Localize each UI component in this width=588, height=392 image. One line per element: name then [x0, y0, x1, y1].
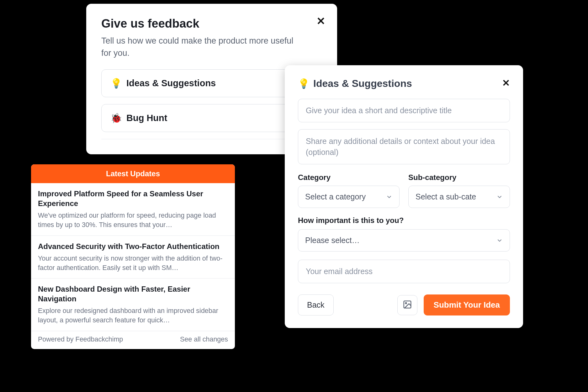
bug-icon: 🐞	[110, 113, 122, 124]
importance-select[interactable]: Please select…	[298, 229, 510, 252]
update-desc: We've optimized our platform for speed, …	[38, 211, 228, 230]
lightbulb-icon: 💡	[110, 78, 122, 89]
idea-details-input[interactable]	[298, 129, 510, 164]
update-item[interactable]: Advanced Security with Two-Factor Authen…	[31, 236, 235, 278]
close-icon[interactable]: ✕	[316, 16, 325, 26]
update-title: Advanced Security with Two-Factor Authen…	[38, 241, 228, 251]
form-heading: 💡 Ideas & Suggestions	[298, 78, 510, 89]
update-item[interactable]: Improved Platform Speed for a Seamless U…	[31, 183, 235, 236]
importance-placeholder: Please select…	[305, 236, 360, 245]
close-icon[interactable]: ✕	[502, 78, 510, 88]
option-label: Ideas & Suggestions	[126, 78, 216, 88]
subcategory-select[interactable]: Select a sub-cate	[408, 186, 510, 208]
form-heading-text: Ideas & Suggestions	[313, 78, 412, 89]
submit-button[interactable]: Submit Your Idea	[424, 294, 510, 315]
see-all-changes-link[interactable]: See all changes	[180, 336, 228, 343]
ideas-form-card: ✕ 💡 Ideas & Suggestions Category Select …	[285, 65, 523, 328]
update-desc: Your account security is now stronger wi…	[38, 254, 228, 273]
update-title: Improved Platform Speed for a Seamless U…	[38, 189, 228, 208]
powered-by: Powered by Feedbackchimp	[38, 336, 123, 343]
updates-header: Latest Updates	[31, 164, 235, 183]
category-select[interactable]: Select a category	[298, 186, 400, 208]
svg-point-1	[405, 302, 406, 304]
updates-card: Latest Updates Improved Platform Speed f…	[31, 164, 235, 349]
importance-label: How important is this to you?	[298, 216, 510, 225]
subcategory-field: Sub-category Select a sub-cate	[408, 173, 510, 208]
image-icon	[403, 300, 412, 310]
attach-image-button[interactable]	[397, 295, 417, 315]
updates-footer: Powered by Feedbackchimp See all changes	[31, 331, 235, 349]
update-item[interactable]: New Dashboard Design with Faster, Easier…	[31, 278, 235, 331]
update-title: New Dashboard Design with Faster, Easier…	[38, 284, 228, 304]
chevron-down-icon	[496, 237, 503, 244]
update-desc: Explore our redesigned dashboard with an…	[38, 306, 228, 325]
category-field: Category Select a category	[298, 173, 400, 208]
lightbulb-icon: 💡	[298, 78, 310, 89]
chevron-down-icon	[496, 194, 503, 200]
category-placeholder: Select a category	[305, 192, 366, 201]
subcategory-placeholder: Select a sub-cate	[416, 192, 476, 201]
form-footer: Back Submit Your Idea	[298, 294, 510, 315]
feedback-subtitle: Tell us how we could make the product mo…	[101, 35, 302, 59]
chevron-down-icon	[386, 194, 392, 200]
idea-title-input[interactable]	[298, 99, 510, 122]
feedback-title: Give us feedback	[101, 17, 322, 30]
subcategory-label: Sub-category	[408, 173, 510, 182]
option-label: Bug Hunt	[126, 113, 167, 123]
category-label: Category	[298, 173, 400, 182]
back-button[interactable]: Back	[298, 294, 334, 315]
email-input[interactable]	[298, 260, 510, 283]
